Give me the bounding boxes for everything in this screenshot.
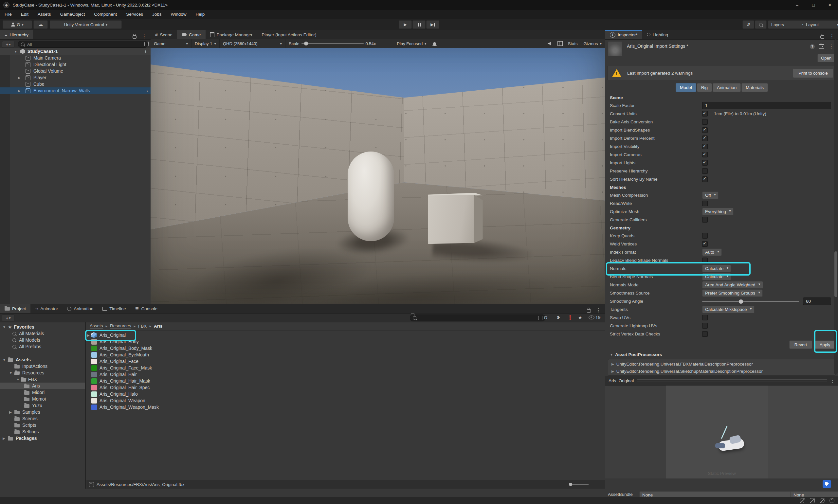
asset-file[interactable]: Aris_Original_Body [86,338,605,345]
asset-file[interactable]: Aris_Original_Weapon_Mask [86,404,605,410]
search-by-type-icon[interactable]: ◘ [545,315,547,320]
resolution-dropdown[interactable]: QHD (2560x1440) [220,39,285,48]
tree-all-materials[interactable]: All Materials [0,330,85,337]
inspector-scrollbar[interactable] [834,39,838,374]
asset-file[interactable]: Aris_Original_Weapon [86,397,605,404]
checkbox[interactable] [702,201,708,206]
checkbox[interactable] [702,111,708,116]
breadcrumb-resources[interactable]: Resources [110,323,131,329]
smoothness-source-dropdown[interactable]: Prefer Smoothing Groups [702,289,763,297]
tree-aris[interactable]: Aris [0,382,85,389]
smoothing-angle-slider[interactable] [702,301,799,302]
open-button[interactable]: Open [817,54,835,62]
layers-dropdown[interactable]: Layers [768,20,807,29]
slider-knob[interactable] [739,300,743,304]
mute-audio-icon[interactable] [545,39,555,48]
print-to-console-button[interactable]: Print to console [793,68,834,78]
tree-inputactions[interactable]: InputActions [0,363,85,370]
collapse-arrow-icon[interactable]: ▼ [3,358,6,362]
tree-settings[interactable]: Settings [0,428,85,435]
asset-file[interactable]: Aris_Original_Hair_Mask [86,378,605,384]
checkbox[interactable] [702,257,708,263]
menu-component[interactable]: Component [89,10,122,19]
assetbundle-tag-icon[interactable] [823,480,831,488]
tree-scripts[interactable]: Scripts [0,422,85,428]
checkbox[interactable] [702,323,708,328]
tab-rig[interactable]: Rig [697,83,712,92]
normals-mode-dropdown[interactable]: Area And Angle Weighted [702,281,763,289]
tab-animator[interactable]: ⇥ Animator [31,304,63,313]
tree-midori[interactable]: Midori [0,389,85,396]
favorites-star-icon[interactable]: ★ [578,315,582,320]
scrollbar-thumb[interactable] [834,251,837,297]
debugger-disabled-icon[interactable] [800,498,805,503]
frame-debugger-bug-icon[interactable] [430,39,439,48]
tree-packages[interactable]: ▶ Packages [0,435,85,442]
tree-samples[interactable]: ▶ Samples [0,409,85,415]
hierarchy-tab[interactable]: ≡ Hierarchy [0,30,33,39]
postprocessor-item[interactable]: ▶ UnityEditor.Rendering.Universal.Sketch… [608,367,835,375]
hierarchy-item[interactable]: ▶ Player [0,74,150,81]
checkbox[interactable] [702,119,708,125]
breadcrumb-aris[interactable]: Aris [154,324,162,328]
expand-arrow-icon[interactable]: ▶ [9,410,12,414]
menu-file[interactable]: File [0,10,16,19]
checkbox[interactable] [702,331,708,337]
tab-animation[interactable]: Animation [713,83,741,92]
play-button[interactable]: ▶ [399,20,412,29]
background-tasks-icon[interactable] [830,498,835,503]
stats-button[interactable]: Stats [565,39,581,48]
prefab-open-chevron-icon[interactable]: › [147,88,148,93]
lock-icon[interactable] [132,35,137,39]
tree-resources[interactable]: ▼ Resources [0,370,85,376]
account-dropdown[interactable]: G [3,20,32,29]
layout-dropdown[interactable]: Layout [803,20,838,29]
checkbox[interactable] [702,152,708,158]
create-add-button[interactable]: +▾ [2,314,14,321]
apply-button[interactable]: Apply [815,340,835,349]
checkbox[interactable] [702,144,708,149]
tree-all-models[interactable]: All Models [0,337,85,343]
game-viewport[interactable] [150,48,605,304]
tab-player-input-actions[interactable]: Player (Input Actions Editor) [257,30,321,39]
model-preview-pane[interactable]: Static Preview [605,385,838,479]
tab-project[interactable]: Project [0,304,31,313]
tab-lighting[interactable]: Lighting [642,30,673,39]
kebab-menu-icon[interactable]: ⋮ [142,33,147,39]
search-expand-icon[interactable] [538,316,542,320]
cloud-button[interactable]: ☁ [33,20,48,29]
scene-picker-icon[interactable] [144,42,149,46]
menu-jobs[interactable]: Jobs [148,10,166,19]
checkbox[interactable] [702,160,708,166]
checkbox[interactable] [702,168,708,174]
tab-console[interactable]: ≣ Console [131,304,162,313]
minimize-button[interactable]: – [789,0,805,10]
tab-game[interactable]: Game [177,30,206,39]
tree-scenes[interactable]: Scenes [0,415,85,422]
checkbox[interactable] [702,176,708,182]
asset-file[interactable]: Aris_Original_EyeMouth [86,352,605,358]
checkbox[interactable] [702,136,708,141]
kebab-menu-icon[interactable]: ⋮ [830,378,835,383]
tree-yuzu[interactable]: Yuzu [0,402,85,409]
checkbox[interactable] [702,233,708,238]
step-button[interactable]: ▶ [426,20,439,29]
tab-materials[interactable]: Materials [742,83,768,92]
lock-icon[interactable] [820,35,824,39]
help-icon[interactable]: ? [810,44,815,49]
search-by-label-icon[interactable]: ❥ [556,315,560,320]
optimize-mesh-dropdown[interactable]: Everything [702,208,734,215]
mesh-compression-dropdown[interactable]: Off [702,192,718,199]
undo-history-button[interactable]: ↺ [743,20,754,29]
hierarchy-scene-row[interactable]: ▼ StudyCase1-1 ⋮ [0,48,150,55]
menu-window[interactable]: Window [166,10,191,19]
close-button[interactable]: ✕ [822,0,838,10]
lock-icon[interactable] [587,309,591,312]
asset-file[interactable]: Aris_Original_Face [86,358,605,364]
play-focused-dropdown[interactable]: Play Focused [393,39,429,48]
blend-shape-normals-dropdown[interactable]: Calculate [702,273,731,281]
menu-edit[interactable]: Edit [16,10,33,19]
breadcrumb-assets[interactable]: Assets [90,323,103,329]
thumbnail-size-slider[interactable] [569,484,589,485]
normals-dropdown[interactable]: Calculate [702,265,731,272]
